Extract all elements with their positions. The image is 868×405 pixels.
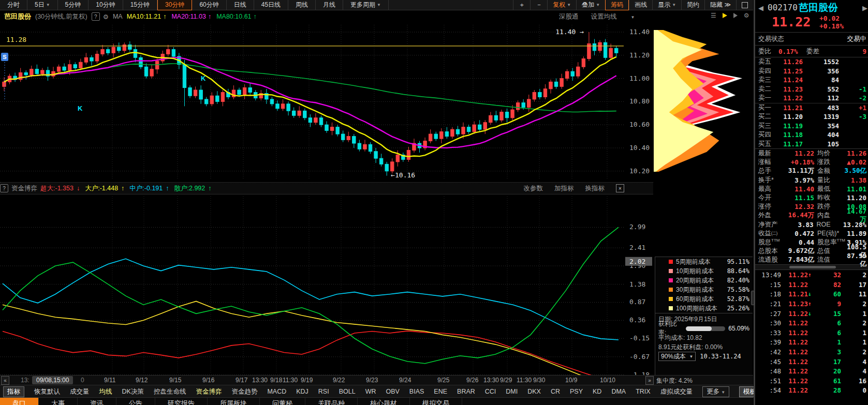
tool-＋[interactable]: ＋: [513, 0, 530, 10]
tool-复权[interactable]: 复权▼: [547, 0, 576, 10]
gear-icon[interactable]: ⚙: [744, 12, 749, 19]
ma10-value: MA10:11.21: [127, 13, 161, 20]
info-tab-所属板块[interactable]: 所属板块: [208, 398, 260, 405]
info-tab-核心题材[interactable]: 核心题材: [358, 398, 410, 405]
indicator-tab-控盘生命线[interactable]: 控盘生命线: [154, 387, 186, 396]
indicator-tab-恢复默认[interactable]: 恢复默认: [34, 387, 60, 396]
list-icon[interactable]: ☰: [711, 12, 716, 19]
indicator-tab-资金趋势[interactable]: 资金趋势: [231, 387, 257, 396]
main-candlestick-chart[interactable]: 11.4011.2011.0010.8010.6010.4010.2011.28…: [0, 23, 653, 182]
indicator-tab-成交量[interactable]: 成交量: [70, 387, 90, 396]
tool-叠加[interactable]: 叠加▼: [576, 0, 605, 10]
tick-row: :2111.23↑92: [755, 299, 868, 309]
indicator-tab-BIAS[interactable]: BIAS: [409, 388, 424, 395]
chip-distribution-chart[interactable]: [654, 30, 753, 172]
stat-label: 金额: [817, 167, 844, 175]
funds-indicator-title: 资金博弈: [11, 184, 37, 193]
tool-筹码[interactable]: 筹码: [605, 0, 629, 10]
period-tab-周线[interactable]: 周线: [288, 0, 316, 10]
next-stock-icon[interactable]: ▶: [862, 4, 867, 12]
period-tab-5日[interactable]: 5日▼: [27, 0, 58, 10]
info-tab-问董秘[interactable]: 问董秘: [260, 398, 305, 405]
book-label: 买三: [758, 122, 776, 130]
svg-text:K: K: [201, 74, 206, 82]
close-icon[interactable]: ×: [616, 184, 624, 192]
info-tab-模拟交易[interactable]: 模拟交易: [410, 398, 462, 405]
indicator-tab-指标[interactable]: 指标: [3, 386, 24, 397]
tick-time: :48: [758, 367, 781, 375]
period-tab-5分钟[interactable]: 5分钟: [58, 0, 89, 10]
indicator-tab-CR[interactable]: CR: [551, 388, 560, 395]
period-tab-分时[interactable]: 分时: [0, 0, 27, 10]
book-label: 卖四: [758, 67, 776, 76]
indicator-tab-更多[interactable]: 更多▼: [702, 386, 729, 397]
period-tab-60分钟[interactable]: 60分钟: [192, 0, 226, 10]
info-tab-资讯[interactable]: 资讯: [78, 398, 116, 405]
indicator-tab-DMI[interactable]: DMI: [506, 388, 518, 395]
indicator-tab-虚拟成交量[interactable]: 虚拟成交量: [660, 387, 693, 396]
period-tab-30分钟[interactable]: 30分钟: [157, 0, 192, 10]
tick-time: :33: [758, 329, 781, 337]
period-tab-10分钟[interactable]: 10分钟: [89, 0, 123, 10]
prev-stock-icon[interactable]: ◀: [758, 4, 763, 12]
indicator-tab-DMA[interactable]: DMA: [611, 388, 626, 395]
axis-date-label: 10/9: [565, 377, 577, 384]
indicator-tab-ENE[interactable]: ENE: [434, 388, 447, 395]
cost90-dropdown[interactable]: 90%成本 ▼: [658, 352, 696, 361]
funds-action-换指标[interactable]: 换指标: [585, 184, 605, 193]
tool-隐藏 ≫[interactable]: 隐藏 ≫: [704, 0, 736, 10]
legend-value: 88.64%: [727, 267, 749, 275]
svg-text:10.20: 10.20: [629, 167, 650, 175]
scroll-right-icon[interactable]: »: [645, 376, 654, 385]
indicator-tab-OBV[interactable]: OBV: [386, 388, 399, 395]
play-icon[interactable]: [733, 13, 738, 18]
scroll-left-icon[interactable]: «: [1, 376, 9, 385]
indicator-tab-均线[interactable]: 均线: [99, 387, 112, 396]
info-tab-盘口[interactable]: 盘口: [0, 398, 39, 405]
period-tab-日线[interactable]: 日线: [227, 0, 254, 10]
help-icon[interactable]: ?: [92, 12, 100, 21]
indicator-tab-DKX[interactable]: DKX: [527, 388, 541, 395]
period-tab-45日线[interactable]: 45日线: [254, 0, 288, 10]
tool-－[interactable]: －: [530, 0, 547, 10]
gear-icon[interactable]: ⚙: [103, 13, 109, 21]
funds-action-改参数[interactable]: 改参数: [524, 184, 543, 193]
funds-indicator-chart[interactable]: 2.992.411.901.380.870.36-0.15-0.67-1.18-…: [0, 194, 653, 376]
chip-legend-row: 20周期前成本82.40%: [655, 276, 753, 285]
indicator-tab-RSI[interactable]: RSI: [318, 388, 329, 395]
legend-value: 75.58%: [727, 286, 749, 293]
indicator-tab-PSY[interactable]: PSY: [570, 388, 583, 395]
indicator-tab-TRIX[interactable]: TRIX: [636, 388, 650, 395]
indicator-tab-DK决策[interactable]: DK决策: [122, 387, 144, 396]
legend-label: 10周期前成本: [676, 267, 714, 276]
period-tab-更多周期[interactable]: 更多周期▼: [343, 0, 389, 10]
set-ma-menu[interactable]: 设置均线▼: [591, 13, 648, 20]
tool-显示[interactable]: 显示▼: [652, 0, 681, 10]
indicator-tab-BRAR[interactable]: BRAR: [457, 388, 475, 395]
tick-list[interactable]: 13:4911.22↑322:1511.228217:1811.21↓6011:…: [755, 270, 868, 395]
legend-color-swatch: [669, 260, 673, 264]
svg-text:2.02: 2.02: [629, 258, 645, 265]
panel-resize-handle[interactable]: [751, 291, 755, 305]
chart-column: 11.4011.2011.0010.8010.6010.4010.2011.28…: [0, 23, 653, 375]
legend-label: 20周期前成本: [676, 276, 714, 285]
indicator-tab-KD[interactable]: KD: [593, 388, 601, 395]
info-tab-公告[interactable]: 公告: [116, 398, 155, 405]
period-tab-15分钟[interactable]: 15分钟: [123, 0, 157, 10]
info-tab-大事[interactable]: 大事: [39, 398, 78, 405]
indicator-tab-BOLL[interactable]: BOLL: [339, 388, 356, 395]
indicator-tab-资金博弈[interactable]: 资金博弈: [196, 387, 222, 396]
indicator-tab-MACD[interactable]: MACD: [267, 388, 286, 395]
indicator-tab-CCI[interactable]: CCI: [485, 388, 496, 395]
help-icon[interactable]: ?: [0, 184, 8, 192]
period-tab-月线[interactable]: 月线: [316, 0, 343, 10]
info-tab-关联品种[interactable]: 关联品种: [305, 398, 358, 405]
tool-fullscreen[interactable]: [736, 0, 753, 10]
tool-简约[interactable]: 简约: [681, 0, 704, 10]
flag-icon[interactable]: [723, 13, 727, 18]
funds-action-加指标[interactable]: 加指标: [554, 184, 574, 193]
info-tab-研究报告[interactable]: 研究报告: [155, 398, 208, 405]
indicator-tab-KDJ[interactable]: KDJ: [296, 388, 308, 395]
tool-画线[interactable]: 画线: [629, 0, 652, 10]
indicator-tab-WR[interactable]: WR: [365, 388, 376, 395]
